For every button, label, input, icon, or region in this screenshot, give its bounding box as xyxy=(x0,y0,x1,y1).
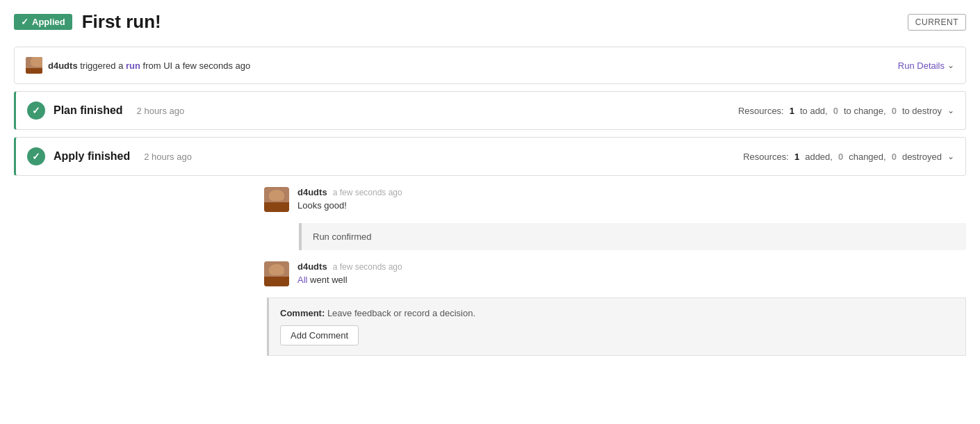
apply-destroyed-count: 0 xyxy=(892,152,897,162)
comment-1-time: a few seconds ago xyxy=(333,188,402,197)
plan-change-count: 0 xyxy=(833,106,838,116)
comment-input-area: Comment: Leave feedback or record a deci… xyxy=(267,297,966,356)
plan-title: Plan finished xyxy=(54,104,123,117)
run-details-link[interactable]: Run Details ⌄ xyxy=(898,60,954,71)
comment-label-text: Leave feedback or record a decision. xyxy=(325,308,475,318)
trigger-info: d4udts triggered a run from UI a few sec… xyxy=(26,57,250,74)
plan-check-icon: ✓ xyxy=(27,101,45,120)
applied-badge: Applied xyxy=(14,14,72,30)
comment-1-avatar xyxy=(264,187,289,212)
plan-finished-card: ✓ Plan finished 2 hours ago Resources: 1… xyxy=(14,91,966,130)
apply-check-icon: ✓ xyxy=(27,147,45,165)
header-left: Applied First run! xyxy=(14,11,161,33)
apply-status-left: ✓ Apply finished 2 hours ago xyxy=(27,147,192,165)
trigger-username: d4udts xyxy=(48,60,78,71)
comment-2-body: All went well xyxy=(297,275,966,285)
comment-1-body: Looks good! xyxy=(297,200,966,211)
comment-label-prefix: Comment: xyxy=(280,308,325,318)
comment-1: d4udts a few seconds ago Looks good! xyxy=(264,187,966,212)
current-badge: CURRENT xyxy=(908,14,966,31)
apply-title: Apply finished xyxy=(54,150,130,163)
comments-section: d4udts a few seconds ago Looks good! Run… xyxy=(264,187,966,356)
plan-time: 2 hours ago xyxy=(137,106,185,116)
run-confirmed-banner: Run confirmed xyxy=(299,223,966,250)
apply-changed-count: 0 xyxy=(838,152,843,162)
apply-added-count: 1 xyxy=(794,152,799,162)
run-confirmed-label: Run confirmed xyxy=(313,231,372,242)
all-link[interactable]: All xyxy=(297,275,307,285)
apply-resources-prefix: Resources: xyxy=(743,152,789,162)
comment-2-header: d4udts a few seconds ago xyxy=(297,261,966,272)
run-trigger-row: d4udts triggered a run from UI a few sec… xyxy=(14,47,966,84)
chevron-down-icon: ⌄ xyxy=(947,106,954,115)
apply-resources: Resources: 1 added, 0 changed, 0 destroy… xyxy=(743,152,954,162)
run-link[interactable]: run xyxy=(126,60,140,71)
comment-label: Comment: Leave feedback or record a deci… xyxy=(280,308,954,318)
trigger-avatar xyxy=(26,57,42,74)
comment-1-username: d4udts xyxy=(297,187,327,197)
comment-1-header: d4udts a few seconds ago xyxy=(297,187,966,197)
comment-1-content: d4udts a few seconds ago Looks good! xyxy=(297,187,966,212)
apply-time: 2 hours ago xyxy=(144,152,192,162)
comment-2-time: a few seconds ago xyxy=(333,262,402,272)
chevron-down-icon: ⌄ xyxy=(947,60,954,70)
plan-add-count: 1 xyxy=(790,106,794,116)
page-header: Applied First run! CURRENT xyxy=(14,11,966,33)
add-comment-button[interactable]: Add Comment xyxy=(280,325,359,345)
plan-destroy-count: 0 xyxy=(892,106,897,116)
plan-resources: Resources: 1 to add, 0 to change, 0 to d… xyxy=(738,106,954,116)
plan-resources-prefix: Resources: xyxy=(738,106,784,116)
run-details-label: Run Details xyxy=(898,60,945,71)
apply-finished-card: ✓ Apply finished 2 hours ago Resources: … xyxy=(14,137,966,176)
comment-2: d4udts a few seconds ago All went well xyxy=(264,261,966,286)
page-title: First run! xyxy=(82,11,161,33)
comment-2-avatar xyxy=(264,261,289,286)
plan-status-left: ✓ Plan finished 2 hours ago xyxy=(27,101,184,120)
trigger-text: d4udts triggered a run from UI a few sec… xyxy=(48,60,250,71)
comment-2-content: d4udts a few seconds ago All went well xyxy=(297,261,966,286)
chevron-down-icon: ⌄ xyxy=(947,152,954,161)
comment-2-username: d4udts xyxy=(297,261,327,272)
